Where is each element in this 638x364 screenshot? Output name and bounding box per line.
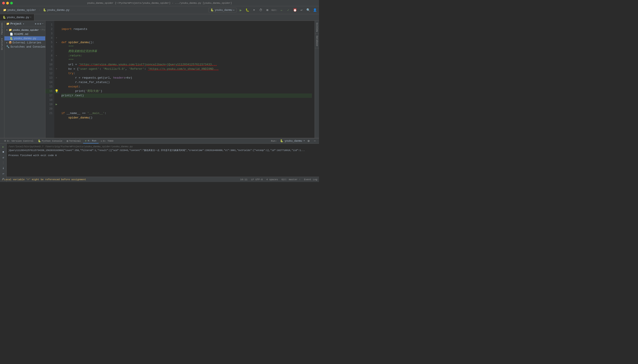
- tree-item-readme[interactable]: 📄 README.md: [5, 32, 45, 36]
- run-stop-button[interactable]: ■: [1, 150, 6, 154]
- file-icon: 🐍: [43, 8, 46, 12]
- code-content[interactable]: import requests def spider_danmu(): """ …: [59, 21, 315, 138]
- right-sidebar-strip: SciView Database: [315, 21, 319, 138]
- gutter: ▾ ● ▸ ▾ ▸: [54, 21, 59, 138]
- dropdown-icon: ▾: [233, 9, 235, 12]
- run-file-icon: 🐍: [280, 139, 283, 142]
- project-dropdown-icon[interactable]: ▾: [23, 22, 24, 25]
- editor-area: 1 2 3 4 5 6 7 8 9 10 11 12 13 14 15 16 1…: [46, 21, 315, 138]
- file-breadcrumb[interactable]: 🐍 youku_danmu.py: [42, 8, 71, 12]
- status-right: 16:11 LF UTF-8 4 spaces Git: master ↑ Ev…: [240, 178, 317, 181]
- soft-wrap-button[interactable]: ↵: [1, 171, 6, 176]
- tree-root-path: ~/PycharmProjects/youku_...: [40, 29, 45, 31]
- tree-item-youku-py[interactable]: 🐍 youku_danmu.py: [5, 36, 45, 40]
- warning-bulb[interactable]: 💡: [55, 89, 59, 94]
- project-settings-icon[interactable]: ⚙: [40, 22, 41, 25]
- project-folder-icon: 📁: [3, 8, 7, 12]
- run-arrow-19[interactable]: ▶: [56, 102, 57, 107]
- fold-icon-11[interactable]: ▾: [56, 67, 57, 71]
- run-tab[interactable]: ▶ 4: Run: [83, 138, 99, 144]
- search-icon[interactable]: 🔍: [306, 8, 311, 12]
- project-name: youku_danmu_spider: [7, 9, 36, 12]
- editor-tab-active[interactable]: 🐍 youku_danmu.py ×: [0, 14, 34, 20]
- vcs-revert-icon[interactable]: ↩: [299, 8, 304, 12]
- minimize-button[interactable]: [6, 2, 9, 4]
- tree-root-folder-icon: 📁: [9, 28, 12, 32]
- run-panel-close-icon[interactable]: −: [312, 138, 317, 144]
- readme-label: README.md: [14, 33, 28, 36]
- project-icon: 📁: [6, 22, 10, 26]
- window-title: youku_danmu_spider [~/PycharmProjects/yo…: [87, 2, 232, 4]
- run-tab-close[interactable]: ×: [303, 140, 305, 142]
- python-console-tab[interactable]: 🐍 Python Console: [36, 138, 65, 143]
- tree-item-external[interactable]: ▸ 📦 External Libraries: [5, 40, 45, 45]
- warning-item: ⚠ Local variable 'r' might be referenced…: [2, 178, 86, 181]
- external-label: External Libraries: [13, 41, 42, 44]
- git-label: Git:: [272, 9, 277, 12]
- tab-close-button[interactable]: ×: [30, 16, 32, 18]
- project-header: 📁 Project ▾ ⊕ ⚙ ⚙ −: [5, 21, 45, 27]
- project-collapse-icon[interactable]: −: [42, 22, 44, 25]
- fold-close-8[interactable]: ▸: [56, 54, 57, 58]
- cursor-position[interactable]: 16:11: [240, 178, 247, 181]
- todo-tab[interactable]: ☑ 6: TODO: [99, 138, 116, 143]
- vcs-check-icon[interactable]: ✓: [286, 8, 291, 12]
- bottom-content: ▶ ■ ↺ ⤓ ↵ ⊘ ⚙ 🗑 /usr/local/bin/python3.7…: [0, 144, 319, 182]
- git-status[interactable]: Git: master ↑: [282, 178, 301, 181]
- run-sidebar: ▶ ■ ↺ ⤓ ↵ ⊘ ⚙ 🗑: [0, 144, 7, 182]
- run-tab-filename: youku_danmu: [285, 140, 302, 142]
- vcs-edit-icon[interactable]: ✏: [279, 8, 284, 12]
- fold-icon-4[interactable]: ▾: [56, 36, 57, 40]
- line-numbers: 1 2 3 4 5 6 7 8 9 10 11 12 13 14 15 16 1…: [46, 21, 54, 138]
- py-console-icon: 🐍: [38, 140, 41, 142]
- structure-tab[interactable]: Structure: [0, 36, 4, 52]
- tree-item-scratches[interactable]: 🔧 Scratches and Consoles: [5, 45, 45, 49]
- settings-button[interactable]: ⚙: [1, 182, 6, 182]
- coverage-button[interactable]: ☂: [252, 8, 257, 12]
- editor-tabs: 🐍 youku_danmu.py ×: [0, 14, 319, 21]
- breakpoint-5[interactable]: ●: [56, 40, 57, 45]
- run-config-selector[interactable]: 🐍 youku_danmu ▾: [209, 8, 236, 12]
- run-button[interactable]: ▶: [238, 8, 243, 12]
- run-tab-label: 4: Run: [88, 140, 96, 142]
- debug-button[interactable]: 🐛: [245, 8, 250, 12]
- fold-icon-13[interactable]: ▸: [56, 76, 57, 80]
- scroll-to-end-button[interactable]: ⤓: [1, 166, 6, 170]
- terminal-tab[interactable]: ▤ Terminal: [65, 138, 83, 143]
- version-control-tab[interactable]: ⑨ 9: Version Control: [2, 138, 36, 143]
- warning-text: Local variable 'r' might be referenced b…: [4, 178, 86, 181]
- titlebar: youku_danmu_spider [~/PycharmProjects/yo…: [0, 0, 319, 6]
- favorites-tab[interactable]: Favorites: [0, 21, 4, 36]
- project-title: Project: [11, 22, 22, 26]
- project-gear-icon[interactable]: ⚙: [37, 22, 39, 25]
- run-settings-icon[interactable]: ⚙: [306, 138, 311, 144]
- user-icon[interactable]: 👤: [312, 8, 317, 12]
- run-tab-icon: ▶: [85, 139, 87, 142]
- todo-label: 6: TODO: [103, 140, 114, 142]
- run-play-button[interactable]: ▶: [1, 144, 6, 149]
- vc-label: 9: Version Control: [7, 140, 34, 142]
- tree-root-icon: ▾: [6, 28, 8, 32]
- vcs-history-icon[interactable]: ⏰: [292, 8, 297, 12]
- run-config-name: youku_danmu: [215, 9, 232, 12]
- sciview-tab[interactable]: SciView: [315, 21, 319, 34]
- profile-button[interactable]: ⏱: [258, 8, 263, 12]
- encoding[interactable]: LF UTF-8: [251, 178, 263, 181]
- top-toolbar: 📁 youku_danmu_spider › 🐍 youku_danmu.py …: [0, 6, 319, 14]
- database-tab[interactable]: Database: [315, 34, 319, 48]
- run-rerun-button[interactable]: ↺: [1, 155, 6, 160]
- project-scope-icon[interactable]: ⊕: [35, 22, 37, 25]
- run-output: /usr/local/bin/python3.7 /Users/pig/Pych…: [7, 144, 319, 182]
- warning-icon: ⚠: [2, 178, 3, 181]
- tree-root-label: youku_danmu_spider: [13, 29, 39, 32]
- event-log[interactable]: Event Log: [304, 178, 317, 181]
- tree-item-root[interactable]: ▾ 📁 youku_danmu_spider ~/PycharmProjects…: [5, 28, 45, 32]
- project-selector[interactable]: 📁 youku_danmu_spider: [2, 8, 38, 12]
- indent[interactable]: 4 spaces: [266, 178, 278, 181]
- close-button[interactable]: [2, 2, 5, 4]
- toolbar-right: 🐍 youku_danmu ▾ ▶ 🐛 ☂ ⏱ ⊞ Git: ✏ ✓ ⏰ ↩ 🔍…: [209, 8, 317, 12]
- run-config-icon: 🐍: [210, 8, 214, 12]
- bottom-panel: ⑨ 9: Version Control 🐍 Python Console ▤ …: [0, 138, 319, 177]
- maximize-button[interactable]: [10, 2, 13, 4]
- concurrency-button[interactable]: ⊞: [265, 8, 270, 12]
